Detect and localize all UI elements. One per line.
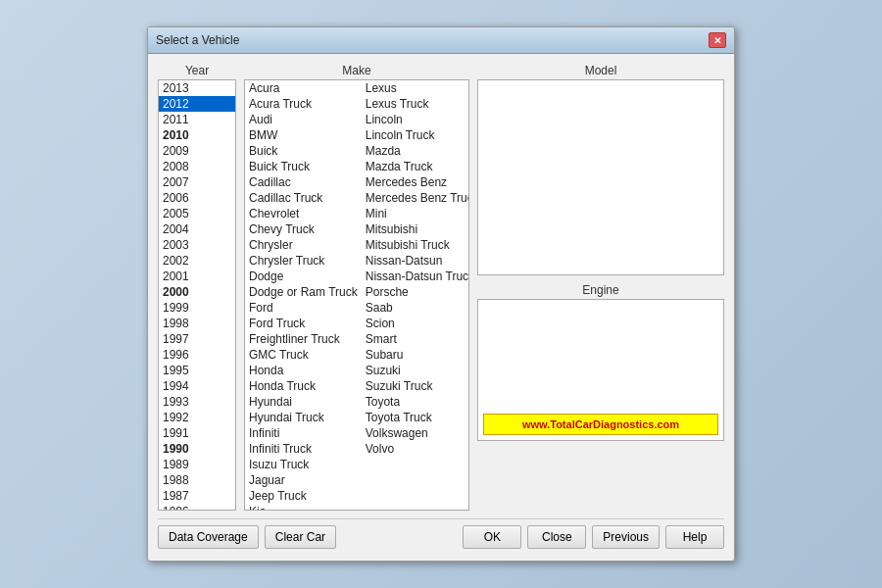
year-item[interactable]: 2010	[159, 127, 235, 143]
year-item[interactable]: 1995	[159, 363, 235, 378]
make-item[interactable]: Porsche	[362, 284, 469, 300]
make-item[interactable]: Nissan-Datsun	[362, 253, 469, 269]
make-item[interactable]: Mitsubishi Truck	[362, 237, 469, 253]
year-item[interactable]: 2002	[159, 253, 235, 269]
make-item[interactable]: Mazda Truck	[362, 159, 469, 174]
select-vehicle-dialog: Select a Vehicle ✕ Year 2013201220112010…	[147, 26, 735, 562]
make-item[interactable]: Scion	[362, 316, 469, 331]
make-item[interactable]: Infiniti Truck	[245, 441, 362, 457]
make-item[interactable]: Chrysler	[245, 237, 362, 253]
make-item[interactable]: BMW	[245, 127, 362, 143]
make-item[interactable]: Subaru	[362, 347, 469, 363]
make-item[interactable]: Buick Truck	[245, 159, 362, 174]
make-item[interactable]: GMC Truck	[245, 347, 362, 363]
help-button[interactable]: Help	[665, 525, 724, 549]
close-button-bottom[interactable]: Close	[527, 525, 586, 549]
make-item[interactable]: Mitsubishi	[362, 221, 469, 237]
make-item[interactable]: Smart	[362, 331, 469, 347]
make-item[interactable]: Mercedes Benz Truck	[362, 190, 469, 206]
engine-list[interactable]: www.TotalCarDiagnostics.com	[477, 299, 724, 441]
close-button[interactable]: ✕	[709, 32, 726, 48]
engine-header: Engine	[477, 283, 724, 299]
make-item[interactable]: Lincoln	[362, 112, 469, 127]
make-item[interactable]: Nissan-Datsun Truck	[362, 269, 469, 284]
make-item[interactable]: Buick	[245, 143, 362, 159]
year-item[interactable]: 2009	[159, 143, 235, 159]
make-item[interactable]: Chevrolet	[245, 206, 362, 221]
year-item[interactable]: 2013	[159, 80, 235, 96]
make-item[interactable]: Freightliner Truck	[245, 331, 362, 347]
year-item[interactable]: 1992	[159, 410, 235, 425]
make-item[interactable]: Lexus	[362, 80, 469, 96]
make-item[interactable]: Volkswagen	[362, 425, 469, 441]
year-item[interactable]: 2008	[159, 159, 235, 174]
year-item[interactable]: 2000	[159, 284, 235, 300]
make-item[interactable]: Isuzu Truck	[245, 457, 362, 472]
year-item[interactable]: 1999	[159, 300, 235, 316]
year-item[interactable]: 1993	[159, 394, 235, 410]
make-item[interactable]: Jaguar	[245, 472, 362, 488]
year-item[interactable]: 1994	[159, 378, 235, 394]
make-item[interactable]: Kia	[245, 504, 362, 511]
make-list[interactable]: AcuraAcura TruckAudiBMWBuickBuick TruckC…	[244, 79, 469, 511]
year-item[interactable]: 2007	[159, 174, 235, 190]
make-item[interactable]: Dodge or Ram Truck	[245, 284, 362, 300]
make-item[interactable]: Toyota Truck	[362, 410, 469, 425]
make-item[interactable]: Toyota	[362, 394, 469, 410]
year-item[interactable]: 1990	[159, 441, 235, 457]
make-item[interactable]: Dodge	[245, 269, 362, 284]
year-item[interactable]: 2006	[159, 190, 235, 206]
year-item[interactable]: 2001	[159, 269, 235, 284]
make-item[interactable]	[362, 466, 469, 468]
data-coverage-button[interactable]: Data Coverage	[158, 525, 259, 549]
year-item[interactable]: 1998	[159, 316, 235, 331]
year-item[interactable]: 1986	[159, 504, 235, 511]
year-item[interactable]: 2003	[159, 237, 235, 253]
year-item[interactable]: 2004	[159, 221, 235, 237]
title-bar: Select a Vehicle ✕	[148, 27, 734, 54]
make-item[interactable]: Saab	[362, 300, 469, 316]
make-item[interactable]: Acura	[245, 80, 362, 96]
make-item[interactable]: Hyundai	[245, 394, 362, 410]
make-item[interactable]: Audi	[245, 112, 362, 127]
make-item[interactable]: Ford Truck	[245, 316, 362, 331]
make-item[interactable]: Lexus Truck	[362, 96, 469, 112]
year-item[interactable]: 1988	[159, 472, 235, 488]
make-item[interactable]: Chevy Truck	[245, 221, 362, 237]
make-item[interactable]: Cadillac Truck	[245, 190, 362, 206]
ok-button[interactable]: OK	[463, 525, 521, 549]
make-item[interactable]: Lincoln Truck	[362, 127, 469, 143]
year-item[interactable]: 1991	[159, 425, 235, 441]
button-row: Data Coverage Clear Car OK Close Previou…	[158, 518, 724, 551]
year-list[interactable]: 2013201220112010200920082007200620052004…	[158, 79, 236, 511]
year-item[interactable]: 2011	[159, 112, 235, 127]
year-header: Year	[158, 64, 236, 79]
year-item[interactable]: 2012	[159, 96, 235, 112]
make-item[interactable]: Mazda	[362, 143, 469, 159]
model-engine-column: Model Engine www.TotalCarDiagnostics.com	[477, 64, 724, 511]
make-item[interactable]: Cadillac	[245, 174, 362, 190]
make-item[interactable]: Acura Truck	[245, 96, 362, 112]
make-item[interactable]: Jeep Truck	[245, 488, 362, 504]
make-column: Make AcuraAcura TruckAudiBMWBuickBuick T…	[244, 64, 469, 511]
make-item[interactable]: Honda Truck	[245, 378, 362, 394]
make-item[interactable]: Mercedes Benz	[362, 174, 469, 190]
make-item[interactable]: Volvo	[362, 441, 469, 457]
year-item[interactable]: 1997	[159, 331, 235, 347]
clear-car-button[interactable]: Clear Car	[265, 525, 336, 549]
engine-section: Engine www.TotalCarDiagnostics.com	[477, 283, 724, 511]
make-item[interactable]: Honda	[245, 363, 362, 378]
model-list[interactable]	[477, 79, 724, 275]
make-item[interactable]: Ford	[245, 300, 362, 316]
previous-button[interactable]: Previous	[592, 525, 660, 549]
year-item[interactable]: 1996	[159, 347, 235, 363]
make-item[interactable]: Chrysler Truck	[245, 253, 362, 269]
make-item[interactable]: Hyundai Truck	[245, 410, 362, 425]
make-item[interactable]: Infiniti	[245, 425, 362, 441]
make-item[interactable]: Suzuki	[362, 363, 469, 378]
make-item[interactable]: Mini	[362, 206, 469, 221]
make-item[interactable]: Suzuki Truck	[362, 378, 469, 394]
year-item[interactable]: 2005	[159, 206, 235, 221]
year-item[interactable]: 1989	[159, 457, 235, 472]
year-item[interactable]: 1987	[159, 488, 235, 504]
